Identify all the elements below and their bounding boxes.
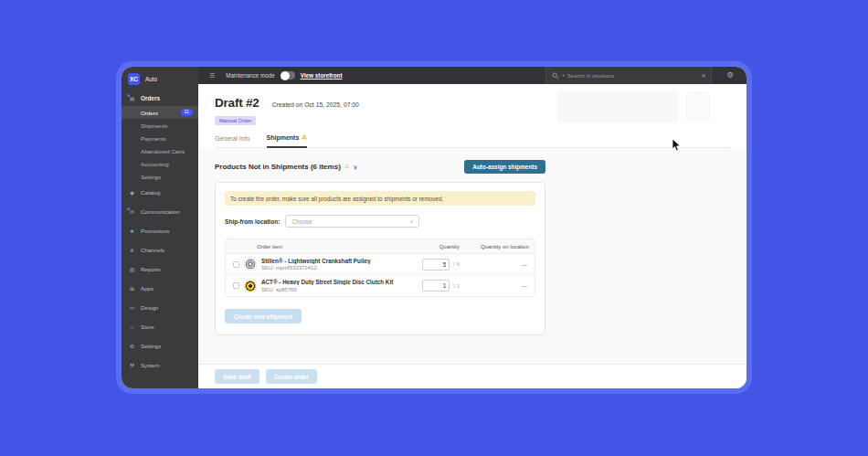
tab-label: General Info (215, 135, 250, 142)
sidebar-item-orders-settings[interactable]: Settings (122, 170, 198, 183)
sidebar-item-label: Settings (141, 174, 161, 180)
faded-panel (557, 91, 678, 122)
section-title: Products Not in Shipments (6 items) (215, 163, 341, 171)
column-quantity: Quantity (407, 244, 460, 249)
sidebar-section-orders[interactable]: ▤ Orders (122, 90, 198, 106)
row-checkbox[interactable] (233, 282, 239, 289)
tab-shipments[interactable]: Shipments ⚠ (267, 134, 308, 148)
sidebar-item-label: Reports (141, 266, 161, 272)
share-icon: ⋔ (128, 248, 136, 253)
sidebar-item-system[interactable]: ⚒ System (122, 355, 198, 375)
select-placeholder: Choose (291, 218, 409, 225)
column-quantity-on-location: Quantity on location (460, 244, 529, 249)
table-header: Order item Quantity Quantity on location (226, 239, 535, 254)
create-order-button[interactable]: Create order (266, 369, 317, 384)
workspace-name: Auto (145, 76, 157, 82)
sidebar-item-label: Shipments (141, 122, 167, 129)
search-box[interactable]: ▾ × (545, 67, 712, 84)
sidebar-item-shipments[interactable]: Shipments (122, 119, 198, 132)
toggle-knob (281, 71, 290, 80)
sidebar-item-design[interactable]: ▭ Design (122, 298, 198, 317)
action-footer: Save draft Create order (198, 364, 746, 388)
sidebar-item-label: Communication (141, 208, 180, 215)
quantity-on-location-value: — (460, 282, 529, 289)
sidebar-item-settings[interactable]: ⚙ Settings (122, 336, 198, 355)
shipment-card: To create the order, make sure all produ… (215, 182, 545, 335)
megaphone-icon: ★ (128, 228, 136, 234)
warning-icon: ⚠ (302, 134, 307, 141)
gear-icon: ⚙ (128, 344, 136, 349)
faded-panel-small (686, 92, 710, 121)
page-title: Draft #2 (215, 96, 259, 110)
created-date: Created on Oct 15, 2025, 07:00 (272, 101, 359, 108)
create-new-shipment-button[interactable]: Create new shipment (225, 309, 302, 323)
search-clear-icon[interactable]: × (702, 72, 706, 80)
product-thumbnail (244, 258, 257, 270)
chevron-down-icon[interactable]: ∨ (354, 164, 357, 170)
sidebar-item-label: Payments (141, 135, 166, 142)
notification-dot (127, 207, 130, 210)
sidebar-item-payments[interactable]: Payments (122, 132, 198, 144)
save-draft-button[interactable]: Save draft (215, 369, 259, 384)
search-input[interactable] (567, 72, 699, 79)
account-icon[interactable]: ⚙ (726, 71, 734, 80)
quantity-input[interactable] (422, 259, 450, 270)
auto-assign-shipments-button[interactable]: Auto-assign shipments (464, 160, 545, 174)
sidebar-item-channels[interactable]: ⋔ Channels (122, 240, 198, 260)
main-area: ☰ Maintenance mode View storefront ▾ × ⚙ (198, 67, 746, 388)
sidebar-item-store[interactable]: ⌂ Store (122, 317, 198, 336)
sidebar-item-label: Catalog (141, 189, 160, 196)
report-icon: ▥ (128, 267, 136, 272)
sidebar-item-orders[interactable]: Orders 11 (122, 106, 198, 119)
sidebar-item-abandoned-carts[interactable]: Abandoned Carts (122, 144, 198, 157)
wrench-icon: ⚒ (128, 363, 136, 368)
row-checkbox[interactable] (233, 261, 239, 268)
quantity-max: / 1 (453, 283, 460, 289)
quantity-input[interactable] (422, 280, 450, 292)
sidebar-item-label: Orders (141, 110, 158, 116)
layout-icon: ▭ (128, 305, 136, 311)
sidebar-item-catalog[interactable]: ◆ Catalog (122, 183, 198, 202)
search-icon (552, 72, 559, 80)
app-logo[interactable]: XC (128, 73, 140, 85)
orders-icon: ▤ (128, 96, 136, 101)
maintenance-mode-toggle[interactable] (281, 71, 295, 80)
sidebar-item-label: Channels (141, 247, 164, 253)
sidebar-item-label: Design (141, 304, 158, 311)
quantity-on-location-value: — (460, 261, 529, 268)
topbar: ☰ Maintenance mode View storefront ▾ × ⚙ (198, 67, 746, 84)
sidebar-item-reports[interactable]: ▥ Reports (122, 260, 198, 279)
quantity-max: / 5 (453, 261, 460, 267)
notification-dot (127, 94, 130, 97)
sidebar-item-promotions[interactable]: ★ Promotions (122, 221, 198, 240)
tag-icon: ◆ (128, 190, 136, 196)
page-content: Draft #2 Created on Oct 15, 2025, 07:00 … (198, 84, 746, 388)
sidebar-item-apps[interactable]: ⊞ Apps (122, 279, 198, 298)
product-name: Stillen® - Lightweight Crankshaft Pulley (261, 258, 407, 264)
order-items-table: Order item Quantity Quantity on location… (225, 239, 535, 297)
tab-bar: General Info Shipments ⚠ (215, 134, 730, 148)
mail-icon: ✉ (128, 209, 136, 215)
sidebar-item-accounting[interactable]: Accounting (122, 157, 198, 170)
warning-icon: ⚠ (344, 164, 350, 170)
warning-banner: To create the order, make sure all produ… (225, 191, 535, 206)
manual-order-badge: Manual Order (215, 116, 256, 125)
sidebar-section-label: Orders (141, 95, 160, 101)
orders-count-badge: 11 (181, 109, 194, 116)
chevron-down-icon: ∨ (410, 218, 414, 224)
view-storefront-link[interactable]: View storefront (301, 72, 343, 79)
sidebar-item-communication[interactable]: ✉ Communication (122, 202, 198, 221)
ship-from-label: Ship-from location: (225, 218, 280, 225)
tab-general-info[interactable]: General Info (215, 134, 250, 147)
tab-label: Shipments (267, 134, 300, 141)
product-sku: SKU: mpn4533373412 (261, 265, 407, 270)
apps-icon: ⊞ (128, 286, 136, 292)
product-name: ACT® - Heavy Duty Street Single Disc Clu… (261, 279, 407, 285)
storefront-icon: ⌂ (128, 324, 136, 330)
search-scope-caret-icon[interactable]: ▾ (562, 73, 564, 78)
menu-icon[interactable]: ☰ (209, 72, 215, 80)
ship-from-select[interactable]: Choose ∨ (285, 215, 419, 228)
sidebar-item-label: Apps (141, 285, 153, 292)
app-window-frame: XC Auto ▤ Orders Orders 11 Shipments Pay… (116, 61, 752, 394)
sidebar: XC Auto ▤ Orders Orders 11 Shipments Pay… (122, 67, 198, 388)
